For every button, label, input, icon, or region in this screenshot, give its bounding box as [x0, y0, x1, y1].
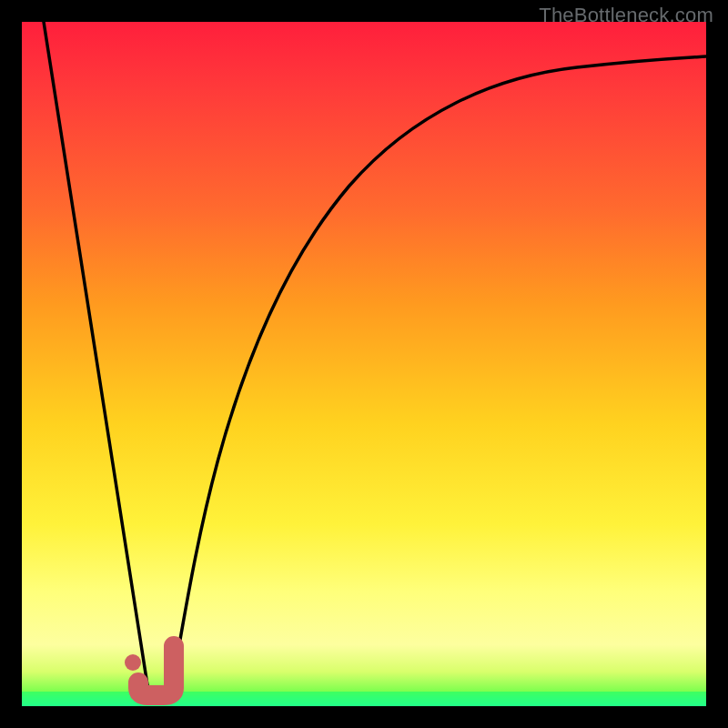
watermark-text: TheBottleneck.com: [539, 4, 713, 27]
curve-right-segment: [168, 56, 706, 703]
chart-frame: TheBottleneck.com: [0, 0, 728, 728]
bottleneck-curve: [22, 22, 706, 706]
curve-left-segment: [44, 22, 150, 703]
plot-area: [22, 22, 706, 706]
